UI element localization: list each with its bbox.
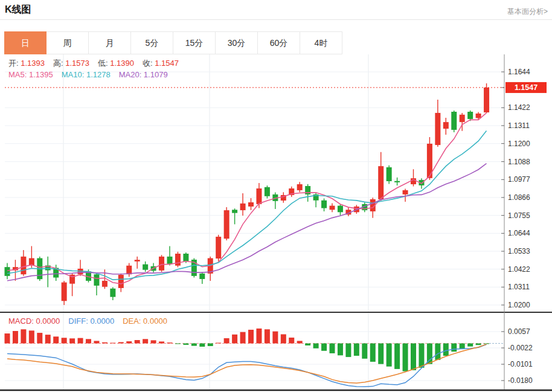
svg-text:1.0311: 1.0311 <box>508 283 530 291</box>
svg-text:-0.0101: -0.0101 <box>508 360 533 368</box>
readout-pair: MA20: 1.1079 <box>119 70 168 79</box>
current-price-tag-text: 1.1547 <box>515 83 538 92</box>
readout-pair: 高: 1.1573 <box>53 59 89 68</box>
tab-period-5[interactable]: 30分 <box>216 31 258 54</box>
svg-text:0.0057: 0.0057 <box>508 327 530 336</box>
period-tabs: 日周月5分15分30分60分4时 <box>4 31 342 54</box>
ohlc-readout: 开: 1.1393高: 1.1573低: 1.1390收: 1.1547 <box>8 58 187 69</box>
svg-text:1.1311: 1.1311 <box>508 121 530 130</box>
svg-text:1.0755: 1.0755 <box>508 211 530 220</box>
tab-period-3[interactable]: 5分 <box>131 31 173 54</box>
tab-period-0[interactable]: 日 <box>4 31 47 54</box>
tab-period-1[interactable]: 周 <box>47 31 89 54</box>
svg-text:1.1644: 1.1644 <box>508 68 530 76</box>
readout-pair: MA5: 1.1395 <box>8 70 53 79</box>
svg-text:1.0200: 1.0200 <box>508 301 530 309</box>
svg-text:1.1422: 1.1422 <box>508 103 530 112</box>
svg-text:1.1200: 1.1200 <box>508 140 530 148</box>
readout-pair: 收: 1.1547 <box>143 59 179 68</box>
y-axis-labels: 1.16441.14221.13111.12001.10881.09771.08… <box>501 68 533 385</box>
tab-period-2[interactable]: 月 <box>89 31 131 54</box>
svg-text:1.0644: 1.0644 <box>508 229 530 237</box>
svg-text:1.0977: 1.0977 <box>508 175 530 184</box>
svg-text:1.0533: 1.0533 <box>508 247 530 255</box>
svg-text:1.1088: 1.1088 <box>508 158 530 166</box>
svg-text:-0.0180: -0.0180 <box>508 376 533 385</box>
candlesticks <box>5 83 490 305</box>
svg-text:1.0866: 1.0866 <box>508 193 530 202</box>
fundamental-analysis-link[interactable]: 基本面分析> <box>507 7 548 17</box>
readout-pair: DIFF: 0.0000 <box>68 316 114 326</box>
readout-pair: MACD: 0.0000 <box>8 316 60 326</box>
macd-readout: MACD: 0.0000DIFF: 0.0000DEA: 0.0000 <box>8 316 176 326</box>
page-title: K线图 <box>5 4 31 16</box>
svg-text:1.0422: 1.0422 <box>508 265 530 274</box>
tab-period-4[interactable]: 15分 <box>173 31 216 54</box>
svg-text:-0.0022: -0.0022 <box>508 344 533 352</box>
readout-pair: DEA: 0.0000 <box>123 316 167 326</box>
header: K线图 基本面分析> <box>0 0 552 20</box>
ma-readout: MA5: 1.1395MA10: 1.1278MA20: 1.1079 <box>8 70 176 79</box>
readout-pair: 开: 1.1393 <box>8 59 45 68</box>
readout-pair: 低: 1.1390 <box>98 59 134 68</box>
readout-pair: MA10: 1.1278 <box>62 70 111 79</box>
tab-period-7[interactable]: 4时 <box>300 31 342 54</box>
tab-period-6[interactable]: 60分 <box>258 31 300 54</box>
